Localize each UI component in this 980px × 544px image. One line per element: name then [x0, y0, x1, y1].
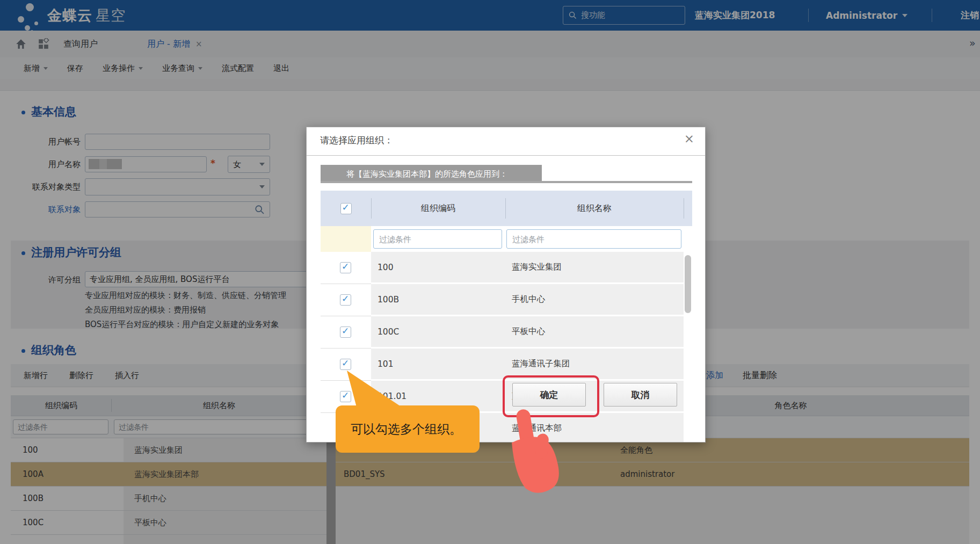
- dialog-org-code-cell: 100C: [371, 327, 512, 337]
- dialog-org-name-cell: 蓝海通讯子集团: [512, 358, 570, 369]
- dialog-org-code-filter-input[interactable]: [373, 229, 502, 249]
- callout-tail: [338, 369, 408, 408]
- dialog-table-header: ✓ 组织编码 组织名称: [321, 191, 692, 227]
- dialog-org-row[interactable]: ✓ 100C 平板中心: [321, 316, 692, 349]
- scope-tab: 将【蓝海实业集团本部】的所选角色应用到：: [321, 165, 542, 183]
- dialog-org-name-header[interactable]: 组织名称: [505, 191, 684, 226]
- dialog-divider: [307, 155, 705, 156]
- check-icon: ✓: [342, 261, 349, 272]
- dialog-org-name-cell: 手机中心: [512, 294, 545, 305]
- check-icon: ✓: [342, 293, 349, 304]
- dialog-org-name-cell: 蓝海实业集团: [512, 262, 562, 273]
- dialog-org-row[interactable]: ✓ 100B 手机中心: [321, 284, 692, 316]
- dialog-org-code-cell: 100B: [371, 295, 512, 304]
- scope-tab-underline: [321, 181, 692, 183]
- callout-text: 可以勾选多个组织。: [351, 421, 462, 438]
- dialog-org-row[interactable]: ✓ 100 蓝海实业集团: [321, 252, 692, 284]
- org-row-checkbox[interactable]: ✓: [340, 262, 351, 273]
- filter-corner-cell: [321, 226, 371, 252]
- dialog-title: 请选择应用组织：: [320, 134, 393, 147]
- dialog-org-code-cell: 100: [371, 263, 512, 272]
- dialog-org-code-header[interactable]: 组织编码: [371, 191, 505, 226]
- callout-bubble: 可以勾选多个组织。: [336, 405, 480, 453]
- check-icon: ✓: [342, 325, 349, 336]
- dialog-filter-row: [321, 226, 692, 252]
- dialog-org-name-cell: 平板中心: [512, 326, 545, 337]
- dialog-org-code-cell: 101: [371, 359, 512, 369]
- pointing-hand-icon: [506, 407, 562, 496]
- dialog-org-name-filter-input[interactable]: [506, 229, 681, 249]
- cancel-button[interactable]: 取消: [604, 383, 677, 407]
- dialog-scrollbar-thumb[interactable]: [685, 255, 691, 313]
- kingdee-app: 金蝶云星空 搜功能 蓝海实业集团2018 Administrator 注销: [0, 0, 980, 544]
- check-icon: ✓: [342, 358, 349, 368]
- org-row-checkbox[interactable]: ✓: [340, 327, 351, 338]
- dialog-close-icon[interactable]: ×: [684, 132, 694, 146]
- org-row-checkbox[interactable]: ✓: [340, 294, 351, 306]
- select-all-checkbox[interactable]: ✓: [321, 191, 371, 226]
- org-row-checkbox[interactable]: ✓: [340, 359, 351, 370]
